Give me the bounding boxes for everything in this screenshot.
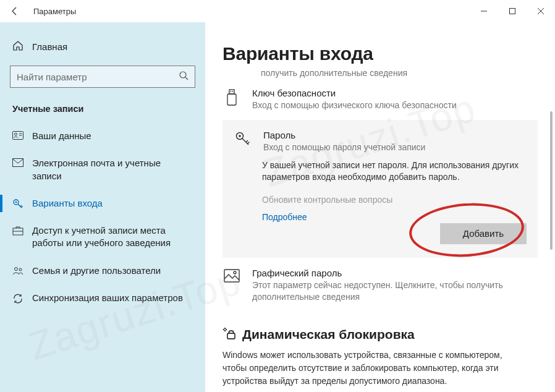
usb-key-icon bbox=[222, 88, 241, 111]
sidebar-item-label: Синхронизация ваших параметров bbox=[32, 292, 198, 304]
window-title: Параметры bbox=[30, 7, 76, 16]
main-content: Варианты входа получить дополнительные с… bbox=[205, 22, 555, 392]
learn-more-link[interactable]: Подробнее bbox=[234, 212, 527, 222]
svg-rect-8 bbox=[13, 159, 23, 167]
key-icon bbox=[12, 197, 23, 210]
password-note: У вашей учетной записи нет пароля. Для и… bbox=[234, 160, 527, 184]
dynamic-lock-para: Windows может использовать устройства, с… bbox=[222, 349, 507, 388]
sidebar-item-label: Электронная почта и учетные записи bbox=[32, 157, 205, 182]
option-title: Пароль bbox=[263, 130, 527, 140]
svg-line-3 bbox=[185, 77, 188, 80]
sidebar-item-work-access[interactable]: Доступ к учетной записи места работы или… bbox=[0, 217, 205, 257]
svg-rect-15 bbox=[229, 90, 234, 94]
back-button[interactable] bbox=[0, 0, 30, 22]
sidebar-item-sync[interactable]: Синхронизация ваших параметров bbox=[0, 284, 205, 312]
dynamic-lock-header: Динамическая блокировка bbox=[222, 326, 538, 343]
lock-sparkle-icon bbox=[222, 326, 236, 343]
option-picture-password[interactable]: Графический пароль Этот параметр сейчас … bbox=[222, 258, 538, 310]
search-input[interactable] bbox=[17, 72, 159, 82]
home-nav[interactable]: Главная bbox=[0, 33, 205, 59]
svg-point-2 bbox=[180, 72, 186, 78]
home-icon bbox=[12, 40, 23, 53]
sidebar-item-email-accounts[interactable]: Электронная почта и учетные записи bbox=[0, 150, 205, 190]
option-password[interactable]: Пароль Вход с помощью пароля учетной зап… bbox=[234, 130, 527, 160]
close-button[interactable] bbox=[527, 0, 555, 22]
update-questions-link: Обновите контрольные вопросы bbox=[234, 195, 527, 205]
svg-point-10 bbox=[15, 201, 17, 203]
sidebar-item-label: Доступ к учетной записи места работы или… bbox=[32, 224, 205, 250]
picture-icon bbox=[222, 268, 241, 303]
option-title: Графический пароль bbox=[252, 268, 538, 278]
minimize-button[interactable] bbox=[470, 0, 498, 22]
sidebar-item-your-info[interactable]: Ваши данные bbox=[0, 122, 205, 150]
svg-point-20 bbox=[239, 135, 241, 137]
page-title: Варианты входа bbox=[222, 43, 538, 64]
svg-rect-18 bbox=[227, 94, 236, 105]
option-security-key[interactable]: Ключ безопасности Вход с помощью физичес… bbox=[222, 78, 538, 119]
sidebar: Главная Учетные записи Ваши данные Элект… bbox=[0, 22, 205, 392]
search-icon bbox=[179, 70, 189, 83]
sidebar-item-signin-options[interactable]: Варианты входа bbox=[0, 190, 205, 217]
add-button[interactable]: Добавить bbox=[440, 223, 527, 244]
scrollbar-thumb[interactable] bbox=[550, 111, 553, 250]
option-desc: Вход с помощью пароля учетной записи bbox=[263, 142, 527, 153]
key-icon bbox=[234, 130, 252, 153]
option-desc: Этот параметр сейчас недоступен. Щелкнит… bbox=[252, 279, 538, 303]
sidebar-item-family[interactable]: Семья и другие пользователи bbox=[0, 257, 205, 284]
maximize-button[interactable] bbox=[498, 0, 527, 22]
sidebar-item-label: Варианты входа bbox=[32, 197, 117, 210]
sidebar-item-label: Семья и другие пользователи bbox=[32, 265, 176, 277]
option-desc: Вход с помощью физического ключа безопас… bbox=[252, 100, 538, 111]
svg-point-13 bbox=[15, 267, 18, 270]
svg-point-22 bbox=[234, 271, 236, 274]
sidebar-item-label: Ваши данные bbox=[32, 130, 106, 142]
sync-icon bbox=[12, 292, 23, 304]
person-card-icon bbox=[12, 130, 23, 140]
dynamic-lock-title: Динамическая блокировка bbox=[242, 327, 415, 342]
svg-rect-1 bbox=[510, 9, 515, 14]
svg-point-5 bbox=[15, 133, 17, 135]
briefcase-icon bbox=[12, 224, 23, 236]
page-subnote[interactable]: получить дополнительные сведения bbox=[222, 68, 538, 78]
svg-rect-21 bbox=[224, 270, 239, 282]
people-icon bbox=[12, 265, 23, 276]
search-box[interactable] bbox=[10, 66, 195, 88]
svg-point-14 bbox=[19, 268, 22, 271]
option-title: Ключ безопасности bbox=[252, 88, 538, 98]
password-panel: Пароль Вход с помощью пароля учетной зап… bbox=[222, 120, 538, 258]
sidebar-section-header: Учетные записи bbox=[0, 99, 205, 122]
svg-rect-23 bbox=[227, 333, 235, 339]
mail-icon bbox=[12, 157, 23, 167]
home-label: Главная bbox=[32, 41, 67, 52]
